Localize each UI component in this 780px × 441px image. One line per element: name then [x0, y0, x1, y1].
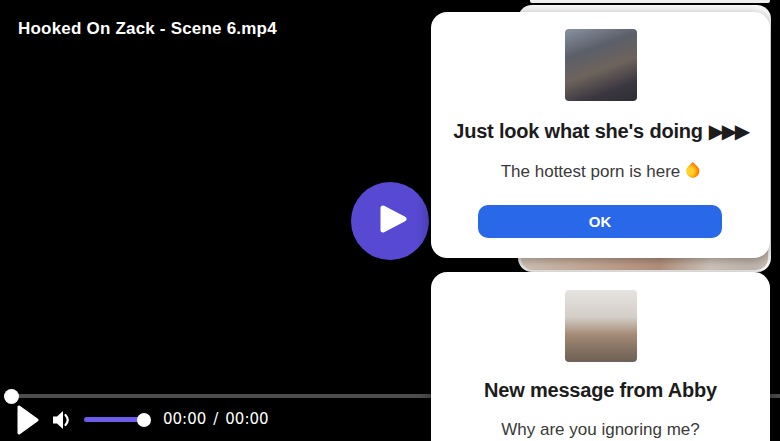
- mute-button[interactable]: [50, 408, 74, 436]
- popup2-message: Why are you ignoring me?: [431, 420, 770, 440]
- background-card-peek: [530, 0, 770, 3]
- popup1-title: Just look what she's doing▶▶▶: [431, 119, 770, 143]
- ad-popup-2[interactable]: New message from Abby Why are you ignori…: [431, 272, 770, 441]
- play-button[interactable]: [17, 405, 39, 439]
- fire-icon: [684, 162, 702, 180]
- popup2-title: New message from Abby: [431, 379, 770, 402]
- time-display: 00:00/00:00: [163, 410, 269, 428]
- volume-thumb[interactable]: [137, 413, 151, 427]
- popup2-thumbnail-photo[interactable]: [565, 290, 637, 362]
- play-icon: [351, 180, 429, 262]
- volume-slider[interactable]: [84, 417, 145, 422]
- duration: 00:00: [225, 410, 268, 428]
- video-title: Hooked On Zack - Scene 6.mp4: [18, 19, 277, 39]
- big-play-button[interactable]: [351, 182, 429, 260]
- popup1-thumbnail-photo[interactable]: [565, 29, 637, 101]
- speaker-icon: [50, 418, 74, 435]
- time-separator: /: [213, 410, 218, 428]
- popup1-subtitle: The hottest porn is here: [431, 162, 770, 182]
- current-time: 00:00: [163, 410, 206, 428]
- popup1-title-text: Just look what she's doing: [453, 120, 703, 142]
- progress-thumb[interactable]: [4, 389, 19, 404]
- ad-popup-1[interactable]: Just look what she's doing▶▶▶ The hottes…: [431, 12, 770, 258]
- triple-play-icon: ▶▶▶: [709, 119, 748, 143]
- popup1-subtitle-text: The hottest porn is here: [501, 162, 681, 181]
- ok-button[interactable]: OK: [478, 205, 722, 238]
